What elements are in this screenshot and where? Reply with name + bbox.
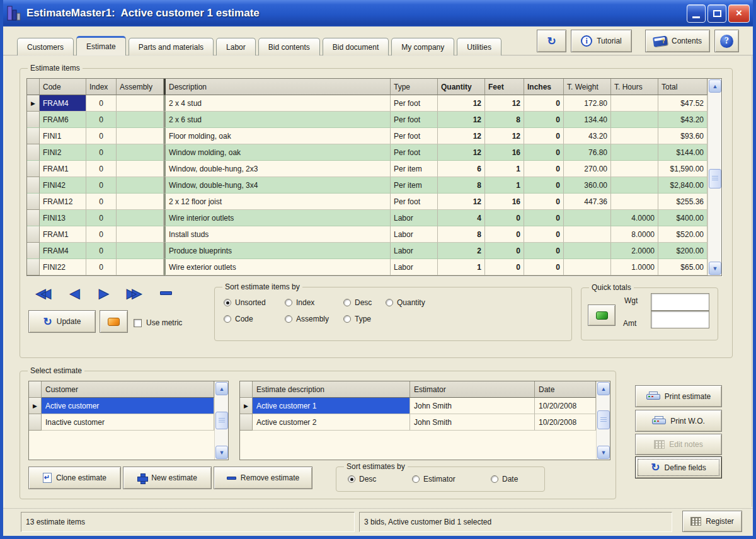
cell-weight[interactable] [564,226,611,243]
cell-inches[interactable]: 0 [524,144,564,161]
cell-type[interactable]: Per item [391,177,438,194]
cell-inches[interactable]: 0 [524,210,564,226]
radio-code[interactable]: Code [224,315,285,323]
nav-last-button[interactable]: ▶▶ [127,287,137,299]
cell-qty[interactable]: 12 [438,95,485,112]
cell-type[interactable]: Per item [391,161,438,177]
cell-weight[interactable] [564,210,611,226]
nav-first-button[interactable]: ◀◀ [36,287,47,299]
cell-weight[interactable]: 360.00 [564,177,611,194]
table-row[interactable]: FINI10Floor molding, oakPer foot1212043.… [27,128,721,144]
cell-type[interactable]: Labor [391,210,438,226]
cell-code[interactable]: FINI42 [40,177,86,194]
cell-type[interactable]: Per foot [391,128,438,144]
table-row[interactable]: FINI220Wire exterior outletsLabor1001.00… [27,259,721,275]
cell-inches[interactable]: 0 [524,226,564,243]
cell-desc[interactable]: Produce blueprints [164,243,391,259]
radio-circle[interactable] [491,475,498,483]
scrollbar-thumb[interactable] [215,412,228,429]
row-selector[interactable]: ▶ [27,95,40,112]
row-selector[interactable] [27,259,40,275]
cell-index[interactable]: 0 [86,144,117,161]
cell-feet[interactable]: 12 [485,95,524,112]
cell-qty[interactable]: 6 [438,161,485,177]
cell-qty[interactable]: 1 [438,259,485,275]
cell-date[interactable]: 10/20/2008 [535,398,596,414]
register-button[interactable]: Register [682,511,742,532]
cell-feet[interactable]: 0 [485,243,524,259]
cell-qty[interactable]: 4 [438,210,485,226]
cell-desc[interactable]: Floor molding, oak [164,128,391,144]
cell-qty[interactable]: 12 [438,128,485,144]
cell-total[interactable]: $93.60 [658,128,707,144]
cell-total[interactable]: $65.00 [658,259,707,275]
cell-index[interactable]: 0 [86,226,117,243]
table-row[interactable]: ▶FRAM402 x 4 studPer foot12120172.80$47.… [27,95,721,112]
radio-desc[interactable]: Desc [348,475,412,484]
cell-type[interactable]: Per foot [391,112,438,128]
cell-estimator[interactable]: John Smith [410,398,535,414]
cell-hours[interactable] [611,112,658,128]
cell-weight[interactable]: 270.00 [564,161,611,177]
radio-quantity[interactable]: Quantity [386,298,425,307]
cell-inches[interactable]: 0 [524,161,564,177]
cell-type[interactable]: Per foot [391,144,438,161]
row-selector[interactable]: ▶ [29,398,42,414]
customer-name[interactable]: Inactive customer [42,414,214,431]
scroll-up-icon[interactable]: ▲ [597,382,610,395]
list-item[interactable]: Active customer 2John Smith10/20/2008 [240,414,610,431]
row-selector[interactable] [27,161,40,177]
table-row[interactable]: FINI20Window molding, oakPer foot1216076… [27,144,721,161]
radio-circle[interactable] [343,315,351,323]
cell-assembly[interactable] [117,194,164,210]
cell-desc[interactable]: 2 x 6 stud [164,112,391,128]
cell-assembly[interactable] [117,95,164,112]
cell-total[interactable]: $520.00 [658,226,707,243]
radio-unsorted[interactable]: Unsorted [224,298,285,307]
estimate-list-scrollbar[interactable]: ▲ ▼ [596,381,610,460]
cell-qty[interactable]: 12 [438,194,485,210]
cell-qty[interactable]: 8 [438,177,485,194]
table-row[interactable]: FRAM602 x 6 studPer foot1280134.40$43.20 [27,112,721,128]
cell-qty[interactable]: 2 [438,243,485,259]
help-button[interactable]: ? [714,30,739,52]
list-item[interactable]: ▶Active customer [29,398,228,414]
tab-parts-and-materials[interactable]: Parts and materials [129,38,214,55]
list-item[interactable]: Inactive customer [29,414,228,431]
scroll-down-icon[interactable]: ▼ [597,446,610,459]
table-row[interactable]: FRAM10Install studsLabor8008.0000$520.00 [27,226,721,243]
cell-hours[interactable] [611,95,658,112]
cell-feet[interactable]: 0 [485,210,524,226]
cell-estimate-description[interactable]: Active customer 1 [253,398,410,414]
tab-utilities[interactable]: Utilities [457,38,501,55]
cell-type[interactable]: Per foot [391,95,438,112]
cell-desc[interactable]: Wire interior outlets [164,210,391,226]
cell-total[interactable]: $2,840.00 [658,177,707,194]
row-selector[interactable] [27,226,40,243]
cell-feet[interactable]: 16 [485,144,524,161]
cell-estimate-description[interactable]: Active customer 2 [253,414,410,431]
refresh-button[interactable]: ↻ [537,30,566,52]
cell-index[interactable]: 0 [86,128,117,144]
cell-inches[interactable]: 0 [524,194,564,210]
cell-feet[interactable]: 0 [485,226,524,243]
cell-feet[interactable]: 0 [485,259,524,275]
print-estimate-button[interactable]: Print estimate [635,385,722,407]
cell-desc[interactable]: Install studs [164,226,391,243]
edit-notes-button[interactable]: Edit notes [635,434,722,455]
cell-assembly[interactable] [117,161,164,177]
cell-inches[interactable]: 0 [524,243,564,259]
row-selector[interactable] [27,243,40,259]
cell-code[interactable]: FINI2 [40,144,86,161]
cell-estimator[interactable]: John Smith [410,414,535,431]
cell-date[interactable]: 10/20/2008 [535,414,596,431]
scroll-up-icon[interactable]: ▲ [215,382,228,395]
cell-weight[interactable] [564,243,611,259]
cell-code[interactable]: FINI1 [40,128,86,144]
nav-previous-button[interactable]: ◀ [70,287,79,299]
cell-assembly[interactable] [117,144,164,161]
cell-desc[interactable]: Window, double-hung, 2x3 [164,161,391,177]
cell-weight[interactable] [564,259,611,275]
tab-labor[interactable]: Labor [216,38,256,55]
cell-type[interactable]: Labor [391,243,438,259]
